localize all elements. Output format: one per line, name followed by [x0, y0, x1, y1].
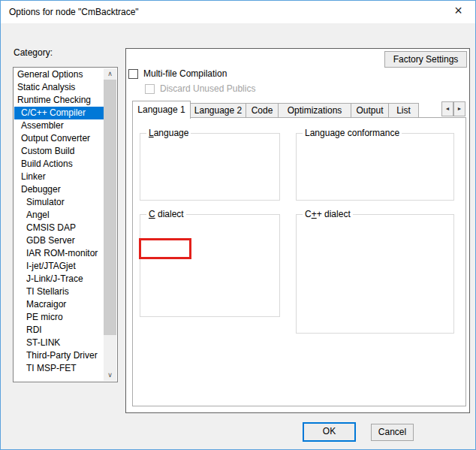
ok-button[interactable]: OK: [303, 422, 356, 442]
category-item[interactable]: Custom Build: [14, 145, 104, 158]
category-item[interactable]: J-Link/J-Trace: [14, 273, 104, 285]
dialog-title: Options for node "CmBacktrace": [9, 1, 139, 23]
language-group: Language: [140, 133, 280, 201]
category-item[interactable]: Static Analysis: [14, 81, 104, 94]
category-item[interactable]: Angel: [14, 209, 104, 222]
multi-file-compilation-checkbox[interactable]: [128, 69, 138, 79]
multi-file-compilation-label[interactable]: Multi-file Compilation: [143, 68, 227, 80]
scroll-down-icon[interactable]: ∨: [104, 370, 116, 381]
category-item[interactable]: Runtime Checking: [14, 94, 104, 107]
category-listbox: General Options Static Analysis Runtime …: [13, 67, 118, 382]
cpp-dialect-group: C++ dialect: [296, 214, 454, 334]
category-item[interactable]: PE micro: [14, 311, 104, 324]
language-conformance-group: Language conformance: [296, 133, 454, 201]
tab-code[interactable]: Code: [246, 103, 279, 118]
category-item[interactable]: General Options: [14, 68, 104, 81]
language-conformance-group-title: Language conformance: [303, 128, 402, 138]
tab-output[interactable]: Output: [351, 103, 389, 118]
language-group-title: Language: [146, 128, 191, 138]
category-item[interactable]: GDB Server: [14, 234, 104, 247]
c-dialect-group: C dialect: [140, 214, 280, 317]
tab-scroll-left-icon[interactable]: ◄: [441, 101, 453, 116]
category-item[interactable]: RDI: [14, 324, 104, 337]
category-item[interactable]: Debugger: [14, 183, 104, 196]
tab-scroll-right-icon[interactable]: ►: [453, 101, 465, 116]
cancel-button[interactable]: Cancel: [371, 424, 414, 441]
category-item[interactable]: Third-Party Driver: [14, 349, 104, 362]
category-item[interactable]: ST-LINK: [14, 337, 104, 349]
category-item-selected[interactable]: C/C++ Compiler: [14, 107, 104, 119]
category-item[interactable]: TI MSP-FET: [14, 362, 104, 375]
titlebar: Options for node "CmBacktrace" ×: [1, 1, 475, 23]
scroll-up-icon[interactable]: ∧: [104, 68, 116, 80]
category-label: Category:: [14, 47, 53, 58]
category-item[interactable]: I-jet/JTAGjet: [14, 260, 104, 273]
tab-language-2[interactable]: Language 2: [190, 103, 246, 118]
tab-optimizations[interactable]: Optimizations: [278, 103, 351, 118]
category-item[interactable]: CMSIS DAP: [14, 222, 104, 234]
tab-language-1[interactable]: Language 1: [132, 101, 191, 119]
tab-list[interactable]: List: [388, 103, 419, 118]
category-item[interactable]: Linker: [14, 171, 104, 183]
category-item[interactable]: Simulator: [14, 196, 104, 209]
category-item[interactable]: Build Actions: [14, 158, 104, 171]
category-scrollbar[interactable]: ∧ ∨: [104, 68, 116, 381]
close-icon[interactable]: ×: [441, 1, 475, 23]
scrollbar-thumb[interactable]: [104, 80, 116, 335]
factory-settings-button[interactable]: Factory Settings: [384, 51, 467, 68]
c-dialect-group-title: C dialect: [146, 209, 186, 219]
options-dialog: Options for node "CmBacktrace" × Categor…: [0, 0, 476, 450]
discard-unused-publics-checkbox: [145, 84, 155, 94]
category-item[interactable]: Macraigor: [14, 298, 104, 311]
category-item[interactable]: IAR ROM-monitor: [14, 247, 104, 260]
discard-unused-publics-label: Discard Unused Publics: [160, 83, 255, 95]
category-list: General Options Static Analysis Runtime …: [14, 68, 104, 381]
category-item[interactable]: Assembler: [14, 119, 104, 132]
category-item[interactable]: Output Converter: [14, 132, 104, 145]
cpp-dialect-group-title: C++ dialect: [303, 209, 353, 219]
category-item[interactable]: TI Stellaris: [14, 285, 104, 298]
